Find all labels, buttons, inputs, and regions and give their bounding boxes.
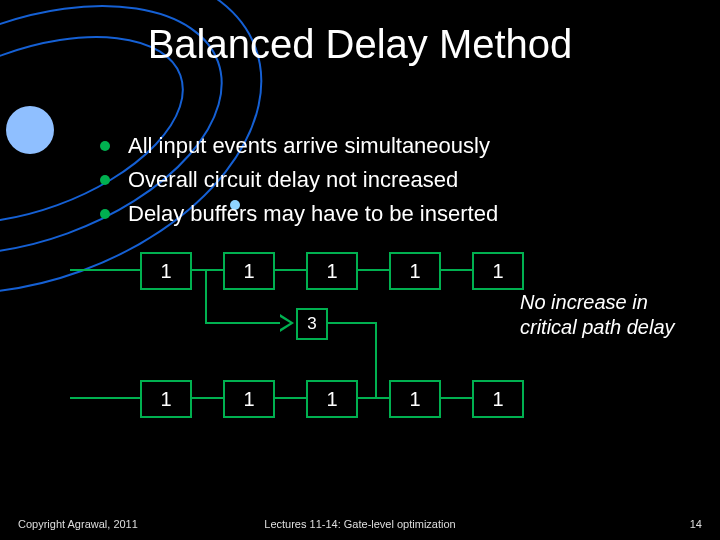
bullet-item: Delay buffers may have to be inserted [100, 198, 498, 230]
annotation-note: No increase in critical path delay [520, 290, 700, 340]
wire [326, 322, 375, 324]
delay-buffer: 3 [296, 308, 328, 340]
gate-top-5: 1 [472, 252, 524, 290]
bullet-dot-icon [100, 209, 110, 219]
wire [375, 322, 377, 397]
bullet-text: Delay buffers may have to be inserted [128, 198, 498, 230]
bullet-dot-icon [100, 141, 110, 151]
gate-bottom-3: 1 [306, 380, 358, 418]
bullet-item: Overall circuit delay not increased [100, 164, 498, 196]
gate-top-3: 1 [306, 252, 358, 290]
circuit-diagram: 1 1 1 1 1 1 1 1 1 1 3 [70, 252, 660, 442]
slide-title: Balanced Delay Method [0, 22, 720, 67]
bullet-dot-icon [100, 175, 110, 185]
wire [273, 269, 306, 271]
wire [356, 397, 389, 399]
gate-bottom-2: 1 [223, 380, 275, 418]
wire [190, 397, 223, 399]
gate-bottom-5: 1 [472, 380, 524, 418]
footer-lecture: Lectures 11-14: Gate-level optimization [0, 518, 720, 530]
gate-bottom-1: 1 [140, 380, 192, 418]
gate-top-2: 1 [223, 252, 275, 290]
buffer-icon [280, 314, 294, 332]
wire [205, 322, 280, 324]
bullet-item: All input events arrive simultaneously [100, 130, 498, 162]
bullet-text: All input events arrive simultaneously [128, 130, 490, 162]
bullet-text: Overall circuit delay not increased [128, 164, 458, 196]
wire [439, 397, 472, 399]
bullet-list: All input events arrive simultaneously O… [100, 130, 498, 232]
footer-page-number: 14 [690, 518, 702, 530]
wire [70, 269, 140, 271]
gate-bottom-4: 1 [389, 380, 441, 418]
svg-point-6 [6, 106, 54, 154]
wire [70, 397, 140, 399]
wire [205, 269, 207, 322]
wire [439, 269, 472, 271]
gate-top-1: 1 [140, 252, 192, 290]
gate-top-4: 1 [389, 252, 441, 290]
wire [356, 269, 389, 271]
wire [273, 397, 306, 399]
